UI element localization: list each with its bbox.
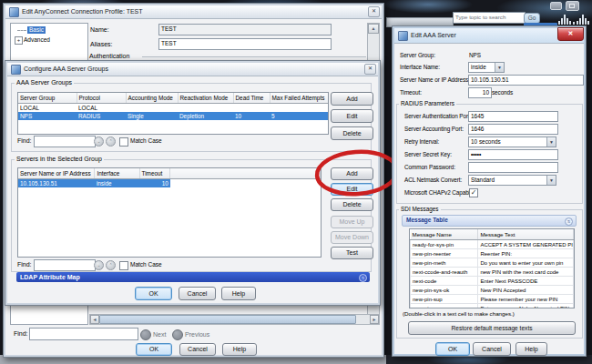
help-button[interactable]: Help xyxy=(515,342,547,356)
acl-netmask-dropdown[interactable]: Standard ▼ xyxy=(468,175,556,186)
group-add-button[interactable]: Add xyxy=(331,92,373,106)
find-down-icon[interactable]: ⌄ xyxy=(94,260,104,270)
tree-item-basic[interactable]: Basic xyxy=(27,26,46,34)
servers-section-label: Servers in the Selected Group xyxy=(15,156,104,162)
acct-port-field[interactable]: 1646 xyxy=(468,124,558,135)
groups-find-input[interactable] xyxy=(34,136,96,147)
acl-netmask-value: Standard xyxy=(471,177,495,183)
column-header[interactable]: Timeout xyxy=(139,168,170,179)
close-icon[interactable]: ✕ xyxy=(557,27,584,41)
column-header[interactable]: Server Group xyxy=(18,93,77,104)
scrollbar-thumb[interactable] xyxy=(99,315,356,324)
find-label: Find: xyxy=(17,261,32,268)
find-up-icon[interactable]: ⌃ xyxy=(106,136,116,147)
cancel-button[interactable]: Cancel xyxy=(179,343,216,356)
ok-button[interactable]: OK xyxy=(135,287,172,300)
edit-server-titlebar[interactable]: Edit AAA Server xyxy=(394,28,584,44)
message-table-bar[interactable]: Message Table ≈ xyxy=(402,215,577,227)
find-previous-icon[interactable] xyxy=(172,329,183,340)
column-header[interactable]: Dead Time xyxy=(233,93,270,104)
scroll-left-icon[interactable]: ◄ xyxy=(90,315,99,324)
column-header[interactable]: Max Failed Attempts xyxy=(270,93,328,104)
close-icon[interactable]: ✕ xyxy=(368,6,380,17)
ok-button[interactable]: OK xyxy=(435,342,470,356)
table-row[interactable]: ready-for-sys-pinACCEPT A SYSTEM GENERAT… xyxy=(411,240,574,249)
find-previous-label[interactable]: Previous xyxy=(185,331,209,338)
group-delete-button[interactable]: Delete xyxy=(331,126,373,140)
table-row[interactable]: new-pin-methDo you want to enter your ow… xyxy=(411,258,574,268)
chevron-down-icon[interactable]: ▼ xyxy=(495,63,504,72)
tree-item-advanced[interactable]: Advanced xyxy=(24,36,50,43)
window-minimize-icon[interactable] xyxy=(550,2,562,10)
column-header[interactable]: Reactivation Mode xyxy=(178,93,233,104)
find-input[interactable] xyxy=(29,328,138,340)
retry-interval-label: Retry Interval: xyxy=(404,138,439,145)
server-group-label: Server Group: xyxy=(400,52,435,58)
table-row[interactable]: new-pin-reenterReenter PIN: xyxy=(411,249,574,258)
table-cell: next-code xyxy=(411,277,478,286)
table-row[interactable]: next-codeEnter Next PASSCODE xyxy=(411,277,574,286)
column-header[interactable]: Message Text xyxy=(478,229,574,240)
ok-button[interactable]: OK xyxy=(136,343,172,356)
server-delete-button[interactable]: Delete xyxy=(331,198,373,211)
server-groups-title: Configure AAA Server Groups xyxy=(24,66,108,72)
column-header[interactable]: Message Name xyxy=(411,229,478,240)
column-header[interactable] xyxy=(170,168,321,179)
aliases-field[interactable]: TEST xyxy=(158,38,332,50)
find-down-icon[interactable]: ⌄ xyxy=(94,136,104,147)
group-edit-button[interactable]: Edit xyxy=(331,109,373,123)
window-restore-icon[interactable] xyxy=(566,1,579,11)
table-row[interactable]: new-pin-sys-okNew PIN Accepted xyxy=(411,286,574,295)
close-icon[interactable]: ✕ xyxy=(364,64,376,75)
move-down-button[interactable]: Move Down xyxy=(331,231,373,244)
help-button[interactable]: Help xyxy=(221,287,256,300)
help-button[interactable]: Help xyxy=(222,343,257,356)
common-password-field[interactable] xyxy=(468,162,558,173)
chevron-down-icon[interactable]: ▼ xyxy=(546,176,556,185)
move-up-button[interactable]: Move Up xyxy=(331,216,373,228)
test-button[interactable]: Test xyxy=(331,247,373,259)
server-groups-titlebar[interactable]: Configure AAA Server Groups ✕ xyxy=(7,63,378,76)
authentication-section-label: Authentication xyxy=(89,53,129,59)
column-header[interactable]: Server Name or IP Address xyxy=(18,168,95,179)
match-case-checkbox[interactable] xyxy=(119,261,128,270)
find-next-icon[interactable] xyxy=(140,329,151,340)
column-header[interactable]: Accounting Mode xyxy=(126,93,178,104)
collapse-icon[interactable]: ≈ xyxy=(565,217,573,226)
table-row[interactable]: new-pin-supPlease remember your new PIN xyxy=(411,295,574,304)
search-input[interactable]: Type topic to search xyxy=(453,12,526,24)
chevron-down-icon[interactable]: ▼ xyxy=(546,137,556,147)
column-header[interactable]: Protocol xyxy=(77,93,126,104)
table-row[interactable]: new-pin-reqEnter your new Alpha-Numerica… xyxy=(411,304,574,309)
scroll-right-icon[interactable]: ► xyxy=(370,315,379,324)
scroll-up-icon[interactable]: ▲ xyxy=(368,24,379,34)
match-case-checkbox[interactable] xyxy=(119,137,128,147)
name-field[interactable]: TEST xyxy=(158,24,332,35)
server-ip-field[interactable]: 10.105.130.51 xyxy=(468,75,584,86)
retry-interval-dropdown[interactable]: 10 seconds ▼ xyxy=(468,136,556,147)
expand-icon[interactable]: + xyxy=(15,36,23,45)
cancel-button[interactable]: Cancel xyxy=(179,287,216,300)
chapv2-checkbox[interactable]: ✓ xyxy=(469,188,478,197)
table-cell: LOCAL xyxy=(77,104,126,113)
find-up-icon[interactable]: ⌃ xyxy=(106,260,116,270)
timeout-field[interactable]: 10 xyxy=(468,87,492,98)
servers-find-input[interactable] xyxy=(34,259,96,271)
table-row[interactable]: NPSRADIUSSingleDepletion105 xyxy=(18,112,328,120)
auth-port-field[interactable]: 1645 xyxy=(468,111,558,122)
anyconnect-dialog-titlebar[interactable]: Edit AnyConnect Connection Profile: TEST… xyxy=(5,5,382,19)
table-row[interactable]: 10.105.130.51inside10 xyxy=(18,179,321,188)
ldap-attribute-map-bar[interactable]: LDAP Attribute Map ≈ xyxy=(16,272,370,282)
collapse-icon[interactable]: ≈ xyxy=(359,274,367,282)
find-next-label[interactable]: Next xyxy=(153,331,166,338)
secret-key-field[interactable]: ••••• xyxy=(468,149,558,160)
anyconnect-dialog-title: Edit AnyConnect Connection Profile: TEST xyxy=(22,8,143,15)
restore-defaults-button[interactable]: Restore default message texts xyxy=(408,321,576,335)
cancel-button[interactable]: Cancel xyxy=(473,342,511,356)
column-header[interactable]: Interface xyxy=(95,168,139,179)
table-row[interactable]: next-ccode-and-reauthnew PIN with the ne… xyxy=(411,268,574,277)
interface-dropdown[interactable]: inside ▼ xyxy=(468,62,505,73)
table-row[interactable]: LOCALLOCAL xyxy=(18,104,328,113)
horizontal-scrollbar[interactable]: ◄ ► xyxy=(89,314,380,325)
section-rule xyxy=(142,56,366,57)
